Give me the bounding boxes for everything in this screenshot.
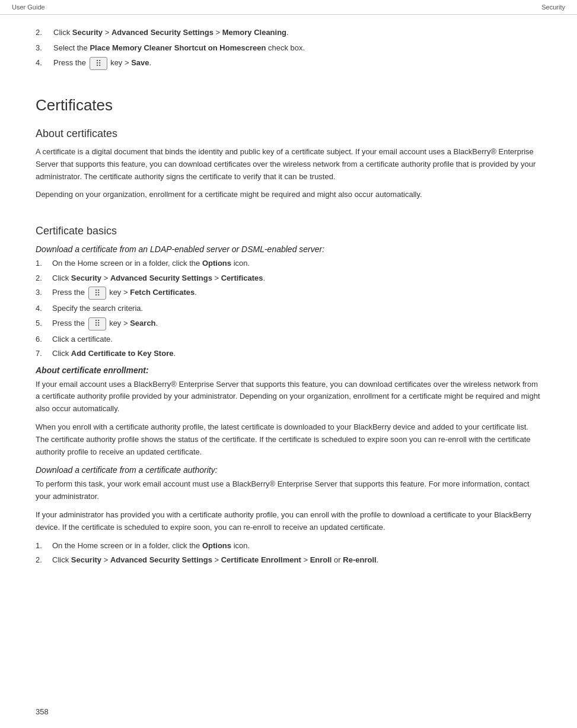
ca-steps-list: 1. On the Home screen or in a folder, cl… bbox=[36, 540, 541, 566]
step-num: 2. bbox=[36, 27, 53, 39]
about-enrollment-heading: About certificate enrollment: bbox=[36, 365, 541, 375]
step-bold: Add Certificate to Key Store bbox=[71, 349, 174, 358]
step-bold: Certificate Enrollment bbox=[221, 555, 301, 564]
intro-step-4: 4. Press the key > Save. bbox=[36, 57, 541, 70]
page-content: 2. Click Security > Advanced Security Se… bbox=[0, 15, 577, 593]
step-text: Press the key > Fetch Certificates. bbox=[52, 287, 541, 300]
download-ca-para2: If your administrator has provided you w… bbox=[36, 509, 541, 534]
step-num: 2. bbox=[36, 554, 52, 566]
step-num: 4. bbox=[36, 303, 52, 314]
certificates-title: Certificates bbox=[36, 96, 541, 115]
step-text: On the Home screen or in a folder, click… bbox=[52, 540, 541, 552]
download-ca-heading: Download a certificate from a certificat… bbox=[36, 465, 541, 475]
intro-steps-section: 2. Click Security > Advanced Security Se… bbox=[36, 27, 541, 70]
page-header: User Guide Security bbox=[0, 0, 577, 15]
step-num: 6. bbox=[36, 333, 52, 345]
page-number: 358 bbox=[36, 707, 49, 716]
download-ldap-heading: Download a certificate from an LDAP-enab… bbox=[36, 244, 541, 254]
intro-step-2: 2. Click Security > Advanced Security Se… bbox=[36, 27, 541, 39]
step-num: 2. bbox=[36, 272, 52, 284]
step-text: Click Security > Advanced Security Setti… bbox=[52, 272, 541, 284]
about-certificates-heading: About certificates bbox=[36, 128, 541, 140]
step-bold: Memory Cleaning bbox=[222, 28, 286, 37]
ldap-step-1: 1. On the Home screen or in a folder, cl… bbox=[36, 257, 541, 269]
ldap-step-6: 6. Click a certificate. bbox=[36, 333, 541, 345]
step-text: Click a certificate. bbox=[52, 333, 541, 345]
step-bold: Re-enroll bbox=[343, 555, 376, 564]
menu-key-icon bbox=[90, 57, 107, 70]
page-footer: 358 bbox=[36, 707, 49, 716]
step-text: Specify the search criteria. bbox=[52, 303, 541, 314]
step-text: Press the key > Search. bbox=[52, 317, 541, 330]
menu-key-icon bbox=[88, 317, 106, 330]
step-text: On the Home screen or in a folder, click… bbox=[52, 257, 541, 269]
step-num: 1. bbox=[36, 540, 52, 552]
step-num: 5. bbox=[36, 317, 52, 330]
download-ca-para1: To perform this task, your work email ac… bbox=[36, 478, 541, 503]
step-num: 4. bbox=[36, 57, 53, 70]
step-bold: Options bbox=[202, 259, 231, 268]
menu-key-icon bbox=[88, 287, 106, 300]
certificate-basics-heading: Certificate basics bbox=[36, 225, 541, 237]
spacer bbox=[36, 81, 541, 90]
step-bold: Advanced Security Settings bbox=[111, 28, 213, 37]
header-left: User Guide bbox=[12, 4, 45, 11]
step-bold: Security bbox=[71, 555, 101, 564]
header-right: Security bbox=[541, 4, 565, 11]
step-bold: Place Memory Cleaner Shortcut on Homescr… bbox=[90, 43, 266, 52]
about-enrollment-para1: If your email account uses a BlackBerry®… bbox=[36, 379, 541, 415]
step-bold: Security bbox=[72, 28, 103, 37]
about-enrollment-heading-text: About certificate enrollment: bbox=[36, 365, 149, 375]
ldap-step-7: 7. Click Add Certificate to Key Store. bbox=[36, 348, 541, 360]
ldap-step-5: 5. Press the key > Search. bbox=[36, 317, 541, 330]
step-bold: Advanced Security Settings bbox=[110, 274, 212, 282]
ldap-step-2: 2. Click Security > Advanced Security Se… bbox=[36, 272, 541, 284]
step-num: 1. bbox=[36, 257, 52, 269]
ca-step-2: 2. Click Security > Advanced Security Se… bbox=[36, 554, 541, 566]
step-bold: Certificates bbox=[221, 274, 263, 282]
step-text: Select the Place Memory Cleaner Shortcut… bbox=[53, 42, 541, 54]
about-certificates-para1: A certificate is a digital document that… bbox=[36, 146, 541, 183]
step-text: Press the key > Save. bbox=[53, 57, 541, 70]
step-text: Click Security > Advanced Security Setti… bbox=[53, 27, 541, 39]
step-num: 3. bbox=[36, 287, 52, 300]
step-bold: Enroll bbox=[310, 555, 332, 564]
step-bold: Search bbox=[130, 319, 155, 328]
step-bold: Fetch Certificates bbox=[130, 288, 195, 297]
step-num: 3. bbox=[36, 42, 53, 54]
step-bold: Save bbox=[131, 58, 149, 67]
about-enrollment-para2: When you enroll with a certificate autho… bbox=[36, 421, 541, 458]
spacer bbox=[36, 207, 541, 217]
about-certificates-para2: Depending on your organization, enrollme… bbox=[36, 189, 541, 201]
step-bold: Advanced Security Settings bbox=[110, 555, 212, 564]
download-ldap-heading-text: Download a certificate from an LDAP-enab… bbox=[36, 244, 324, 254]
ldap-steps-list: 1. On the Home screen or in a folder, cl… bbox=[36, 257, 541, 360]
ldap-step-4: 4. Specify the search criteria. bbox=[36, 303, 541, 314]
intro-step-3: 3. Select the Place Memory Cleaner Short… bbox=[36, 42, 541, 54]
download-ca-heading-text: Download a certificate from a certificat… bbox=[36, 465, 218, 475]
step-text: Click Add Certificate to Key Store. bbox=[52, 348, 541, 360]
step-text: Click Security > Advanced Security Setti… bbox=[52, 554, 541, 566]
step-bold: Security bbox=[71, 274, 101, 282]
ldap-step-3: 3. Press the key > Fetch Certificates. bbox=[36, 287, 541, 300]
intro-step-list: 2. Click Security > Advanced Security Se… bbox=[36, 27, 541, 70]
step-num: 7. bbox=[36, 348, 52, 360]
ca-step-1: 1. On the Home screen or in a folder, cl… bbox=[36, 540, 541, 552]
step-bold: Options bbox=[202, 541, 231, 550]
